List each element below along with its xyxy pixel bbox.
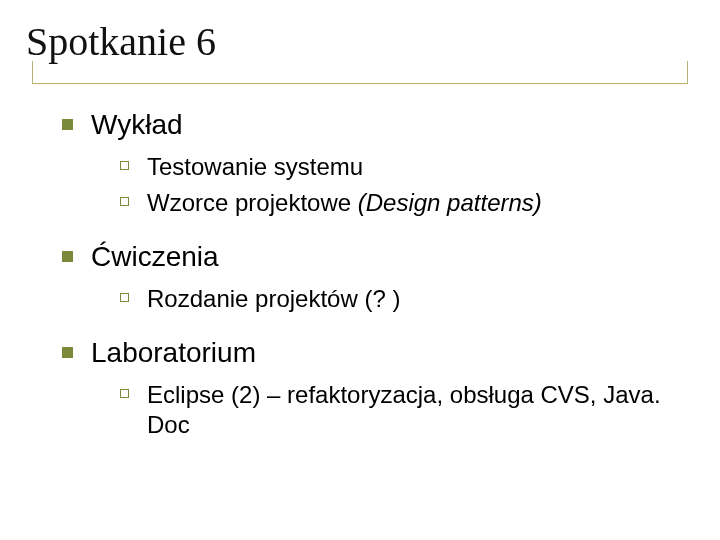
square-bullet-icon — [62, 347, 73, 358]
list-item-label: Eclipse (2) – refaktoryzacja, obsługa CV… — [147, 380, 687, 440]
section-heading-label: Wykład — [91, 108, 183, 142]
section-items: Testowanie systemu Wzorce projektowe (De… — [62, 152, 696, 218]
title-underline — [32, 69, 688, 84]
square-bullet-icon — [62, 119, 73, 130]
list-item-text: Wzorce projektowe — [147, 189, 358, 216]
section-heading: Ćwiczenia — [62, 240, 696, 274]
square-bullet-icon — [62, 251, 73, 262]
list-item: Rozdanie projektów (? ) — [120, 284, 696, 314]
section-heading: Laboratorium — [62, 336, 696, 370]
list-item-label: Testowanie systemu — [147, 152, 363, 182]
slide: Spotkanie 6 Wykład Testowanie systemu Wz… — [0, 0, 720, 540]
hollow-square-bullet-icon — [120, 197, 129, 206]
hollow-square-bullet-icon — [120, 161, 129, 170]
section-heading: Wykład — [62, 108, 696, 142]
list-item: Eclipse (2) – refaktoryzacja, obsługa CV… — [120, 380, 696, 440]
hollow-square-bullet-icon — [120, 389, 129, 398]
list-item-italic: (Design patterns) — [358, 189, 542, 216]
list-item: Wzorce projektowe (Design patterns) — [120, 188, 696, 218]
slide-title: Spotkanie 6 — [26, 18, 696, 65]
list-item-label: Rozdanie projektów (? ) — [147, 284, 400, 314]
slide-content: Wykład Testowanie systemu Wzorce projekt… — [24, 102, 696, 440]
section-items: Rozdanie projektów (? ) — [62, 284, 696, 314]
hollow-square-bullet-icon — [120, 293, 129, 302]
section-items: Eclipse (2) – refaktoryzacja, obsługa CV… — [62, 380, 696, 440]
section-heading-label: Laboratorium — [91, 336, 256, 370]
list-item-label: Wzorce projektowe (Design patterns) — [147, 188, 542, 218]
section-heading-label: Ćwiczenia — [91, 240, 219, 274]
list-item: Testowanie systemu — [120, 152, 696, 182]
